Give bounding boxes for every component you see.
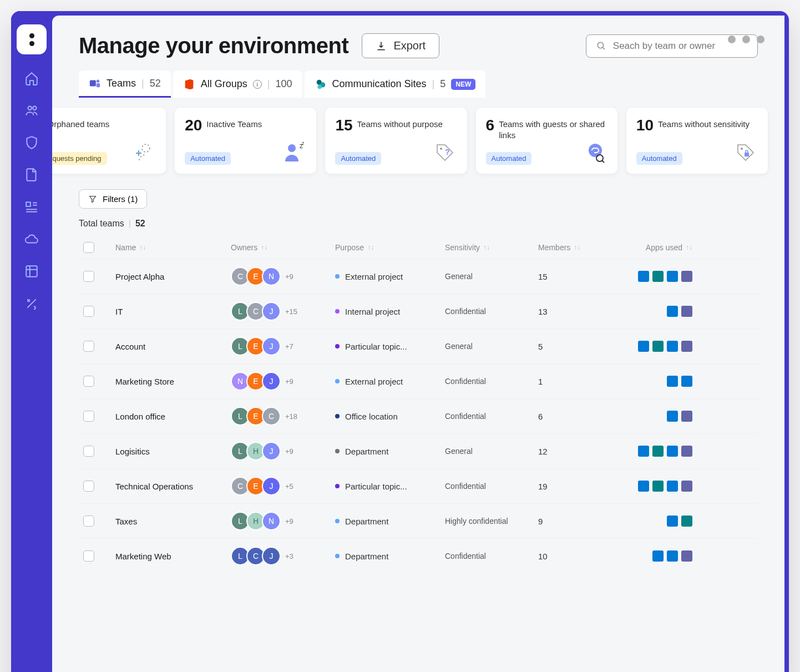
owner-extra: +18 — [285, 412, 297, 421]
owner-extra: +5 — [285, 482, 293, 491]
tab-all-groups[interactable]: All Groupsi|100 — [173, 70, 302, 98]
table-row[interactable]: Project Alpha CEN+9 External project Gen… — [79, 259, 758, 294]
members-cell: 10 — [538, 552, 605, 561]
col-name[interactable]: Name↑↓ — [115, 243, 226, 252]
window-dot[interactable] — [742, 36, 750, 43]
row-checkbox[interactable] — [83, 376, 94, 387]
svg-rect-2 — [26, 202, 31, 206]
app-logo[interactable] — [17, 24, 47, 54]
col-purpose[interactable]: Purpose↑↓ — [335, 243, 440, 252]
members-cell: 12 — [538, 447, 605, 456]
list-icon[interactable] — [23, 199, 40, 215]
sensitivity-cell: Confidential — [445, 482, 534, 491]
cloud-icon[interactable] — [23, 231, 40, 247]
card-label: Inactive Teams — [206, 119, 262, 130]
owner-extra: +9 — [285, 447, 293, 456]
app-ol-icon — [667, 376, 678, 387]
row-checkbox[interactable] — [83, 271, 94, 282]
users-icon[interactable] — [23, 102, 40, 119]
table-row[interactable]: Marketing Web LCJ+3 Department Confident… — [79, 538, 758, 573]
document-icon[interactable] — [23, 166, 40, 183]
tab-communication-sites[interactable]: Communication Sites|5NEW — [305, 70, 486, 98]
app-tm-icon — [681, 481, 692, 492]
app-sp-icon — [652, 271, 664, 282]
col-apps[interactable]: Apps used↑↓ — [609, 243, 692, 252]
owner-avatar: J — [262, 372, 281, 391]
table-row[interactable]: Taxes LHN+9 Department Highly confidenti… — [79, 503, 758, 538]
app-ol-icon — [638, 341, 649, 352]
card-label: Orphaned teams — [52, 119, 109, 130]
stat-card[interactable]: 7 Orphaned teams 5 requests pending — [52, 108, 166, 174]
col-owners[interactable]: Owners↑↓ — [231, 243, 331, 252]
svg-text:?: ? — [445, 148, 450, 156]
table-row[interactable]: Marketing Store NEJ+9 External project C… — [79, 363, 758, 398]
table-row[interactable]: London office LEC+18 Office location Con… — [79, 398, 758, 433]
card-label: Teams without purpose — [357, 119, 443, 130]
team-name: Project Alpha — [115, 272, 226, 281]
card-tag: Automated — [335, 152, 381, 165]
apps-cell — [609, 341, 692, 352]
purpose-cell: Office location — [335, 412, 440, 421]
table-row[interactable]: Logisitics LHJ+9 Department General 12 — [79, 433, 758, 468]
row-checkbox[interactable] — [83, 550, 94, 562]
export-label: Export — [393, 39, 426, 52]
strategy-icon[interactable] — [23, 295, 40, 312]
table-row[interactable]: Account LEJ+7 Particular topic... Genera… — [79, 329, 758, 363]
filters-button[interactable]: Filters (1) — [79, 189, 147, 209]
stat-card[interactable]: 15 Teams without purpose Automated ? — [325, 108, 467, 174]
stat-card[interactable]: 6 Teams with guests or shared links Auto… — [476, 108, 617, 174]
team-name: Taxes — [115, 517, 226, 526]
row-checkbox[interactable] — [83, 481, 94, 492]
tab-teams[interactable]: Teams|52 — [79, 70, 171, 98]
svg-point-0 — [28, 106, 32, 110]
app-tm-icon — [681, 341, 692, 352]
row-checkbox[interactable] — [83, 341, 94, 352]
row-checkbox[interactable] — [83, 516, 94, 527]
stat-card[interactable]: 20 Inactive Teams Automated zz — [175, 108, 316, 174]
table-row[interactable]: IT LCJ+15 Internal project Confidential … — [79, 294, 758, 329]
svg-point-29 — [741, 148, 743, 150]
card-tag: 5 requests pending — [52, 152, 107, 165]
export-button[interactable]: Export — [362, 33, 439, 58]
members-cell: 13 — [538, 307, 605, 316]
col-sensitivity[interactable]: Sensitivity↑↓ — [445, 243, 534, 252]
app-tm-icon — [681, 446, 692, 457]
purpose-cell: External project — [335, 272, 440, 281]
app-ol-icon — [652, 550, 664, 562]
search-input[interactable] — [613, 41, 747, 52]
select-all-checkbox[interactable] — [83, 242, 94, 253]
search-icon — [596, 41, 606, 52]
card-tag: Automated — [636, 152, 682, 165]
row-checkbox[interactable] — [83, 446, 94, 457]
col-members[interactable]: Members↑↓ — [538, 243, 605, 252]
table-row[interactable]: Technical Operations CEJ+5 Particular to… — [79, 468, 758, 503]
home-icon[interactable] — [23, 70, 40, 87]
tag-icon: ? — [433, 140, 457, 165]
svg-rect-30 — [745, 153, 749, 156]
members-cell: 19 — [538, 482, 605, 491]
app-sp-icon — [652, 481, 664, 492]
svg-point-24 — [440, 148, 442, 150]
sensitivity-cell: General — [445, 272, 534, 281]
filter-icon — [88, 195, 97, 204]
window-dot[interactable] — [728, 36, 736, 43]
row-checkbox[interactable] — [83, 306, 94, 317]
owner-extra: +9 — [285, 377, 293, 386]
window-dot[interactable] — [757, 36, 764, 43]
row-checkbox[interactable] — [83, 411, 94, 422]
app-ol-icon — [667, 516, 678, 527]
owner-extra: +7 — [285, 342, 293, 351]
download-icon — [376, 41, 387, 52]
layout-icon[interactable] — [23, 263, 40, 280]
stat-card[interactable]: 10 Teams without sensitivity Automated — [626, 108, 768, 174]
app-tm-icon — [681, 306, 692, 317]
app-ol-icon — [638, 271, 649, 282]
svg-rect-20 — [138, 150, 139, 156]
svg-line-11 — [602, 47, 605, 49]
sensitivity-cell: General — [445, 342, 534, 351]
shield-icon[interactable] — [23, 134, 40, 151]
team-name: Marketing Store — [115, 377, 226, 386]
apps-cell — [609, 516, 692, 527]
table-header: Name↑↓ Owners↑↓ Purpose↑↓ Sensitivity↑↓ … — [79, 236, 758, 259]
card-label: Teams with guests or shared links — [499, 119, 607, 140]
